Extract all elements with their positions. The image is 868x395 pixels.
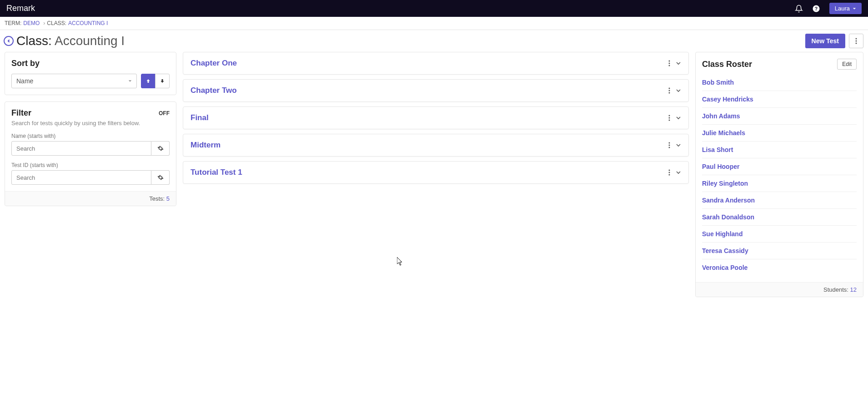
roster-footer: Students: 12 <box>696 282 863 297</box>
roster-edit-button[interactable]: Edit <box>837 59 857 70</box>
test-expand-button[interactable] <box>676 88 681 93</box>
tests-count-value: 5 <box>166 195 170 202</box>
svg-point-12 <box>669 117 670 119</box>
roster-item[interactable]: Lisa Short <box>702 142 857 158</box>
filter-title: Filter <box>11 108 31 118</box>
roster-item[interactable]: John Adams <box>702 108 857 125</box>
chevron-down-icon <box>128 79 132 83</box>
test-expand-button[interactable] <box>676 170 681 175</box>
arrow-down-icon <box>160 78 165 84</box>
roster-item[interactable]: Sarah Donaldson <box>702 209 857 226</box>
chevron-down-icon <box>676 170 681 175</box>
kebab-icon <box>668 169 670 176</box>
roster-item[interactable]: Paul Hooper <box>702 158 857 175</box>
back-button[interactable] <box>4 36 14 46</box>
roster-item[interactable]: Sue Highland <box>702 226 857 243</box>
tests-count-label: Tests: <box>149 195 165 202</box>
filter-testid-settings[interactable] <box>151 170 170 185</box>
roster-item[interactable]: Teresa Cassidy <box>702 243 857 259</box>
svg-point-18 <box>669 172 670 173</box>
filter-name-label: Name (starts with) <box>11 133 170 139</box>
roster-item[interactable]: Julie Michaels <box>702 125 857 142</box>
kebab-icon <box>668 87 670 94</box>
sort-title: Sort by <box>11 59 170 68</box>
roster-item[interactable]: Veronica Poole <box>702 259 857 276</box>
test-kebab-button[interactable] <box>668 60 670 66</box>
kebab-icon <box>668 142 670 148</box>
chevron-down-icon <box>853 7 856 10</box>
svg-point-8 <box>669 88 670 89</box>
sort-select[interactable]: Name <box>11 74 137 88</box>
test-expand-button[interactable] <box>676 142 681 148</box>
filter-footer: Tests: 5 <box>5 191 176 206</box>
svg-point-4 <box>856 43 857 44</box>
app-brand[interactable]: Remark <box>6 4 35 13</box>
breadcrumb-term-link[interactable]: DEMO <box>23 20 40 26</box>
user-name: Laura <box>835 5 850 12</box>
svg-point-9 <box>669 90 670 91</box>
new-test-button[interactable]: New Test <box>805 34 845 48</box>
gear-icon <box>157 174 164 181</box>
test-item: Tutorial Test 1 <box>183 161 689 184</box>
notifications-icon[interactable] <box>795 5 803 13</box>
svg-point-7 <box>669 65 670 66</box>
gear-icon <box>157 145 164 152</box>
sort-asc-button[interactable] <box>141 74 156 88</box>
breadcrumb-term-label: TERM: <box>5 20 21 26</box>
svg-point-10 <box>669 92 670 94</box>
chevron-down-icon <box>676 142 681 148</box>
test-kebab-button[interactable] <box>668 169 670 176</box>
roster-list: Bob SmithCasey HendricksJohn AdamsJulie … <box>702 74 857 276</box>
filter-status[interactable]: OFF <box>159 110 170 116</box>
filter-name-input[interactable] <box>11 141 151 156</box>
svg-point-3 <box>856 41 857 42</box>
test-expand-button[interactable] <box>676 61 681 66</box>
roster-item[interactable]: Riley Singleton <box>702 175 857 192</box>
test-item: Chapter Two <box>183 79 689 102</box>
roster-card: Class Roster Edit Bob SmithCasey Hendric… <box>695 52 863 297</box>
test-name-link[interactable]: Chapter Two <box>191 86 237 95</box>
chevron-down-icon <box>676 61 681 66</box>
svg-point-6 <box>669 63 670 64</box>
filter-testid-label: Test ID (starts with) <box>11 162 170 168</box>
help-icon[interactable]: ? <box>812 5 820 13</box>
test-name-link[interactable]: Midterm <box>191 141 221 150</box>
roster-item[interactable]: Sandra Anderson <box>702 192 857 209</box>
kebab-icon <box>668 60 670 66</box>
page-title: Class: Accounting I <box>16 34 125 48</box>
test-name-link[interactable]: Tutorial Test 1 <box>191 168 242 177</box>
roster-title: Class Roster <box>702 60 752 69</box>
svg-point-17 <box>669 170 670 171</box>
students-count-label: Students: <box>823 286 848 293</box>
svg-point-13 <box>669 120 670 121</box>
filter-description: Search for tests quickly by using the fi… <box>11 120 170 127</box>
filter-testid-input[interactable] <box>11 170 151 185</box>
test-kebab-button[interactable] <box>668 115 670 121</box>
svg-point-2 <box>856 38 857 40</box>
test-expand-button[interactable] <box>676 115 681 121</box>
page-title-row: Class: Accounting I New Test <box>0 30 868 52</box>
svg-point-14 <box>669 142 670 144</box>
arrow-left-icon <box>6 38 11 44</box>
more-actions-button[interactable] <box>849 34 863 48</box>
test-name-link[interactable]: Chapter One <box>191 59 237 68</box>
svg-point-16 <box>669 147 670 148</box>
svg-point-15 <box>669 145 670 146</box>
breadcrumb: TERM: DEMO › CLASS: ACCOUNTING I <box>0 17 868 30</box>
test-kebab-button[interactable] <box>668 142 670 148</box>
roster-item[interactable]: Bob Smith <box>702 74 857 91</box>
filter-name-settings[interactable] <box>151 141 170 156</box>
tests-list: Chapter One Chapter Two <box>183 52 689 188</box>
test-name-link[interactable]: Final <box>191 113 209 122</box>
svg-point-5 <box>669 61 670 62</box>
user-menu[interactable]: Laura <box>829 3 862 14</box>
kebab-icon <box>855 38 857 44</box>
sort-card: Sort by Name <box>5 52 176 95</box>
breadcrumb-class-link[interactable]: ACCOUNTING I <box>68 20 108 26</box>
test-item: Chapter One <box>183 52 689 75</box>
sort-desc-button[interactable] <box>155 74 170 88</box>
roster-item[interactable]: Casey Hendricks <box>702 91 857 108</box>
chevron-down-icon <box>676 88 681 93</box>
test-kebab-button[interactable] <box>668 87 670 94</box>
breadcrumb-separator: › <box>43 20 45 26</box>
